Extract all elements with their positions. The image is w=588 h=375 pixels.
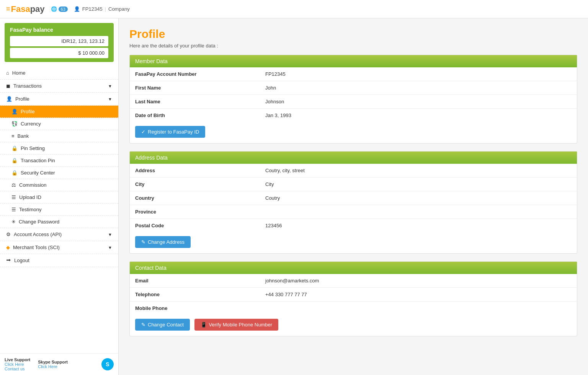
sidebar-label-logout: Logout (14, 258, 29, 263)
sidebar-label-upload-id: Upload ID (19, 194, 41, 200)
chevron-down-icon-3: ▼ (108, 232, 112, 237)
sidebar-item-transactions[interactable]: ◼ Transactions ▼ (0, 80, 118, 93)
register-fasapay-button[interactable]: ✓ Register to FasaPay ID (135, 126, 205, 138)
commission-icon: ⚖ (11, 182, 16, 188)
logo[interactable]: ≡ Fasapay (6, 4, 45, 14)
city-row: City City (130, 178, 577, 191)
sidebar-item-profile[interactable]: 👤 Profile (0, 106, 118, 118)
sidebar-item-security-center[interactable]: 🔒 Security Center (0, 167, 118, 179)
sidebar-item-commission[interactable]: ⚖ Commission (0, 179, 118, 191)
contact-data-section: Contact Data Email johnson@amarkets.com … (129, 261, 577, 336)
sidebar-item-account-access[interactable]: ⚙ Account Access (API) ▼ (0, 228, 118, 241)
mobile-phone-label: Mobile Phone (135, 305, 265, 311)
sidebar-label-pin-setting: Pin Setting (21, 145, 45, 151)
telephone-label: Telephone (135, 292, 265, 297)
member-dob-row: Date of Birth Jan 3, 1993 (130, 109, 577, 122)
sidebar-item-transaction-pin[interactable]: 🔒 Transaction Pin (0, 155, 118, 167)
live-support-box: Live Support Click Here Contact us (5, 357, 30, 371)
page-title: Profile (129, 28, 577, 41)
nav: Home ◼ Transactions ▼ 👤 Profile ▼ 👤 Prof… (0, 67, 118, 353)
balance-idr: IDR12, 123, 123.12 (10, 36, 108, 46)
live-support-title: Live Support (5, 357, 30, 362)
live-support-link[interactable]: Click Here (5, 362, 30, 367)
member-firstname-row: First Name John (130, 81, 577, 95)
sidebar-item-bank[interactable]: ≡ Bank (0, 130, 118, 142)
profile-icon: 👤 (11, 109, 18, 114)
security-center-icon: 🔒 (11, 170, 18, 176)
province-label: Province (135, 209, 265, 215)
change-contact-button[interactable]: ✎ Change Contact (135, 319, 190, 331)
country-value: Coutry (265, 195, 280, 201)
chevron-down-icon-4: ▼ (108, 245, 112, 250)
sidebar-item-profile-parent[interactable]: 👤 Profile ▼ (0, 93, 118, 106)
skype-support-title: Skype Support (38, 360, 68, 364)
chevron-down-icon-2: ▼ (108, 97, 112, 101)
separator: | (105, 6, 106, 12)
member-account-value: FP12345 (265, 71, 286, 77)
testimony-icon: ☰ (11, 207, 16, 212)
address-data-header: Address Data (130, 152, 577, 164)
sidebar-label-profile: Profile (21, 109, 35, 114)
contact-data-actions: ✎ Change Contact 📱 Verify Mobile Phone N… (130, 315, 577, 336)
sidebar-item-home[interactable]: Home (0, 67, 118, 80)
skype-icon[interactable]: S (101, 358, 114, 370)
email-label: Email (135, 278, 265, 284)
telephone-row: Telephone +44 330 777 77 77 (130, 288, 577, 302)
contact-data-body: Email johnson@amarkets.com Telephone +44… (130, 274, 577, 315)
sidebar-label-commission: Commission (19, 182, 47, 188)
sidebar-label-currency: Currency (21, 121, 41, 127)
member-lastname-label: Last Name (135, 99, 265, 104)
address-value: Coutry, city, street (265, 168, 305, 173)
home-icon (6, 70, 9, 76)
member-data-body: FasaPay Account Number FP12345 First Nam… (130, 67, 577, 122)
city-label: City (135, 181, 265, 187)
sidebar-label-security-center: Security Center (21, 170, 55, 176)
chevron-down-icon: ▼ (108, 84, 112, 88)
profile-parent-icon: 👤 (6, 96, 12, 102)
transaction-pin-icon: 🔒 (11, 158, 18, 163)
member-account-row: FasaPay Account Number FP12345 (130, 67, 577, 81)
city-value: City (265, 181, 274, 187)
postal-code-value: 123456 (265, 223, 282, 228)
member-lastname-value: Johnson (265, 99, 284, 104)
member-data-section: Member Data FasaPay Account Number FP123… (129, 55, 577, 143)
email-row: Email johnson@amarkets.com (130, 274, 577, 288)
edit-icon-2: ✎ (141, 322, 145, 328)
layout: FasaPay balance IDR12, 123, 123.12 $ 10 … (0, 18, 588, 375)
sidebar-item-testimony[interactable]: ☰ Testimony (0, 204, 118, 216)
sidebar-item-upload-id[interactable]: ☰ Upload ID (0, 191, 118, 204)
top-header: ≡ Fasapay 🌐 63 👤 FP12345 | Company (0, 0, 588, 18)
sidebar-label-profile-parent: Profile (15, 96, 29, 102)
sidebar-item-merchant-tools[interactable]: ◆ Merchant Tools (SCI) ▼ (0, 241, 118, 254)
sidebar-item-logout[interactable]: ⮕ Logout (0, 254, 118, 267)
header-user: 👤 FP12345 | Company (74, 6, 130, 12)
main-content: Profile Here are the details of your pro… (119, 18, 588, 375)
country-row: Country Coutry (130, 191, 577, 205)
sidebar-item-currency[interactable]: 💱 Currency (0, 118, 118, 130)
merchant-tools-icon: ◆ (6, 245, 10, 250)
skype-link[interactable]: Click Here (38, 364, 68, 369)
skype-support-box: Skype Support Click Here (38, 360, 68, 369)
province-row: Province (130, 205, 577, 219)
sidebar: FasaPay balance IDR12, 123, 123.12 $ 10 … (0, 18, 119, 375)
edit-icon: ✎ (141, 239, 145, 245)
change-address-button[interactable]: ✎ Change Address (135, 236, 191, 248)
verify-mobile-button[interactable]: 📱 Verify Mobile Phone Number (194, 319, 278, 331)
sidebar-label-merchant-tools: Merchant Tools (SCI) (13, 245, 60, 250)
address-row: Address Coutry, city, street (130, 164, 577, 178)
sidebar-footer: Live Support Click Here Contact us Skype… (0, 353, 118, 375)
sidebar-label-account-access: Account Access (API) (14, 232, 62, 237)
postal-code-label: Postal Code (135, 223, 265, 228)
pin-setting-icon: 🔒 (11, 145, 18, 151)
header-globe[interactable]: 🌐 63 (51, 6, 68, 12)
member-lastname-row: Last Name Johnson (130, 95, 577, 109)
sidebar-item-pin-setting[interactable]: 🔒 Pin Setting (0, 142, 118, 155)
email-value: johnson@amarkets.com (265, 278, 319, 284)
sidebar-item-change-password[interactable]: ✳ Change Password (0, 216, 118, 228)
bank-icon: ≡ (11, 133, 15, 139)
sidebar-label-testimony: Testimony (19, 207, 42, 212)
user-company: Company (108, 6, 130, 12)
country-label: Country (135, 195, 265, 201)
address-label: Address (135, 168, 265, 173)
contact-us-link[interactable]: Contact us (5, 367, 30, 371)
